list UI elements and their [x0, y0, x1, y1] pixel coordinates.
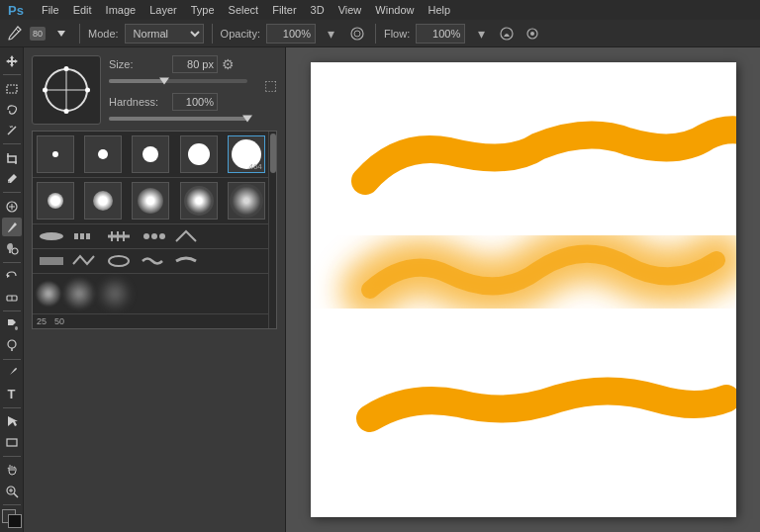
scrollbar-thumb[interactable] — [270, 133, 276, 173]
specialty-brush-4 — [138, 227, 167, 245]
presets-scrollbar[interactable] — [268, 132, 276, 328]
preset-9[interactable] — [180, 182, 218, 220]
brush-circle — [45, 68, 88, 112]
preset-10[interactable] — [228, 182, 265, 220]
eyedropper-icon — [5, 172, 19, 186]
menu-filter[interactable]: Filter — [266, 2, 302, 18]
specialty-brush-7 — [70, 252, 100, 270]
menu-layer[interactable]: Layer — [143, 2, 183, 18]
menu-3d[interactable]: 3D — [305, 2, 331, 18]
flow-input[interactable] — [416, 24, 465, 44]
menu-edit[interactable]: Edit — [67, 2, 98, 18]
specialty-10[interactable] — [171, 252, 201, 270]
pen-pressure-svg — [499, 26, 515, 42]
specialty-9[interactable] — [138, 252, 167, 270]
foreground-background-colors[interactable] — [2, 509, 22, 528]
specialty-1[interactable] — [37, 227, 66, 245]
hardness-slider[interactable] — [109, 117, 247, 121]
clone-stamp-tool[interactable] — [2, 238, 22, 257]
hardness-input[interactable] — [172, 93, 218, 111]
svg-rect-28 — [74, 233, 78, 239]
specialty-6[interactable] — [37, 252, 66, 270]
text-tool[interactable]: T — [2, 385, 22, 403]
specialty-3[interactable] — [104, 227, 134, 245]
eraser-tool[interactable] — [2, 288, 22, 307]
preset-1[interactable] — [37, 135, 74, 173]
paint-bucket-tool[interactable] — [2, 315, 22, 334]
pen-tool[interactable] — [2, 364, 22, 383]
canvas-area[interactable] — [286, 47, 760, 532]
pen-pressure-flow-svg — [524, 26, 540, 42]
brush-options-icon[interactable] — [51, 24, 71, 44]
soft-3[interactable] — [98, 277, 132, 310]
airbrush-icon[interactable] — [347, 24, 367, 44]
preset-5[interactable]: 464 — [228, 135, 265, 173]
zoom-tool[interactable] — [2, 482, 22, 500]
magic-wand-tool[interactable] — [2, 121, 22, 139]
menu-view[interactable]: View — [332, 2, 368, 18]
hand-icon — [5, 463, 19, 477]
size-50: 50 — [54, 316, 64, 326]
preset-7[interactable] — [84, 182, 122, 220]
size-slider-row: ⬚ — [109, 79, 277, 83]
history-brush-tool[interactable] — [2, 267, 22, 286]
flow-dropdown-icon[interactable]: ▾ — [471, 24, 491, 44]
hand-tool[interactable] — [2, 461, 22, 480]
canvas[interactable] — [311, 62, 736, 517]
menu-file[interactable]: File — [36, 2, 65, 18]
brush-settings-icon[interactable]: ⚙ — [222, 56, 235, 72]
menu-type[interactable]: Type — [185, 2, 221, 18]
specialty-7[interactable] — [70, 252, 100, 270]
shape-tool[interactable] — [2, 433, 22, 452]
pen-icon — [5, 366, 19, 380]
soft-1[interactable] — [37, 282, 60, 306]
specialty-2[interactable] — [70, 227, 100, 245]
opacity-dropdown-icon[interactable]: ▾ — [322, 24, 341, 44]
eyedropper-tool[interactable] — [2, 169, 22, 188]
menu-window[interactable]: Window — [369, 2, 420, 18]
preset-3[interactable] — [132, 135, 169, 173]
copy-to-layer-icon[interactable]: ⬚ — [264, 77, 277, 93]
specialty-4[interactable] — [138, 227, 167, 245]
preset-6[interactable] — [37, 182, 74, 220]
dodge-tool[interactable] — [2, 336, 22, 355]
path-selection-tool[interactable] — [2, 412, 22, 431]
options-toolbar: 80 Mode: Normal Opacity: ▾ Flow: ▾ — [0, 20, 760, 47]
brush-controls: Size: ⚙ ⬚ Hardness: — [109, 55, 277, 121]
hardness-slider-row — [109, 117, 277, 121]
preset-2[interactable] — [84, 135, 122, 173]
healing-brush-tool[interactable] — [2, 197, 22, 216]
menu-image[interactable]: Image — [100, 2, 142, 18]
mode-dropdown[interactable]: Normal — [125, 24, 204, 44]
size-slider[interactable] — [109, 79, 247, 83]
mode-label: Mode: — [88, 28, 119, 40]
svg-point-35 — [143, 233, 149, 239]
menu-help[interactable]: Help — [422, 2, 456, 18]
svg-line-24 — [14, 493, 18, 497]
menu-select[interactable]: Select — [223, 2, 265, 18]
dot-top — [64, 66, 69, 71]
flow-label: Flow: — [384, 28, 410, 40]
preset-8[interactable] — [132, 182, 169, 220]
tool-sep-5 — [3, 310, 21, 311]
brush-tool[interactable] — [2, 218, 22, 236]
crop-tool[interactable] — [2, 148, 22, 167]
svg-line-0 — [16, 29, 19, 32]
brush-tool-icon[interactable] — [6, 25, 24, 43]
svg-rect-30 — [86, 233, 90, 239]
lasso-tool[interactable] — [2, 100, 22, 119]
marquee-tool[interactable] — [2, 79, 22, 98]
pen-pressure-opacity-icon[interactable] — [497, 24, 517, 44]
opacity-input[interactable] — [266, 24, 316, 44]
move-tool[interactable] — [2, 51, 22, 70]
preset-4[interactable] — [180, 135, 218, 173]
specialty-brush-5 — [171, 227, 201, 245]
svg-point-6 — [530, 32, 534, 36]
marquee-icon — [5, 82, 19, 96]
crop-icon — [5, 151, 19, 165]
pen-pressure-flow-icon[interactable] — [522, 24, 542, 44]
size-input[interactable] — [172, 55, 218, 73]
specialty-8[interactable] — [104, 252, 134, 270]
soft-2[interactable] — [64, 279, 94, 309]
specialty-5[interactable] — [171, 227, 201, 245]
